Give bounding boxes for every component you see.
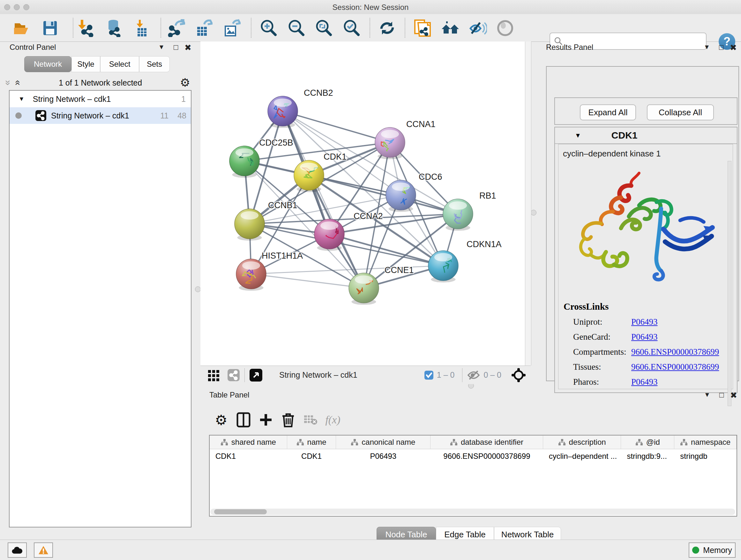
save-session-icon[interactable] (41, 19, 59, 37)
gene-description: cyclin–dependent kinase 1 (563, 149, 733, 159)
show-columns-icon[interactable] (232, 412, 255, 428)
protein-structure-image (562, 161, 728, 295)
table-collapse-icon[interactable]: ▼ (704, 391, 711, 398)
panel-collapse-icon[interactable]: ▼ (158, 44, 165, 51)
column-header-4[interactable]: description (543, 435, 621, 449)
gene-scrollbar[interactable] (728, 161, 731, 406)
canvas-scrollbar[interactable] (525, 42, 531, 366)
network-options-gear-icon[interactable]: ⚙ (180, 76, 190, 89)
open-session-icon[interactable] (12, 19, 30, 37)
panel-close-icon[interactable]: ✖ (185, 43, 192, 53)
expand-all-networks-icon[interactable]: » (3, 80, 13, 85)
svg-text:CCNA2: CCNA2 (354, 211, 383, 221)
network-row[interactable]: String Network – cdk1 11 48 (10, 107, 191, 124)
cell-canonical-name[interactable]: P06493 (336, 449, 431, 463)
birdseye-view-icon[interactable] (249, 368, 263, 382)
canvas-toolbar: String Network – cdk1 1 – 0 0 – 0 (200, 366, 531, 384)
collection-count: 1 (181, 95, 186, 104)
tab-style[interactable]: Style (71, 56, 100, 72)
gene-caret-icon[interactable]: ▼ (575, 132, 581, 139)
cell--id[interactable]: stringdb:9... (621, 449, 674, 463)
network-share-gray-icon[interactable] (227, 369, 240, 381)
table-hscrollbar[interactable] (210, 509, 735, 515)
cell-name[interactable]: CDK1 (287, 449, 336, 463)
pharos-link[interactable]: P06493 (631, 377, 658, 387)
add-column-icon[interactable] (255, 413, 277, 427)
collapse-all-networks-icon[interactable]: « (13, 80, 23, 85)
zoom-selected-icon[interactable] (342, 19, 360, 37)
column-header-3[interactable]: database identifier (430, 435, 543, 449)
main-toolbar: ? (0, 14, 741, 42)
column-header-1[interactable]: name (287, 435, 336, 449)
show-all-icon[interactable] (496, 19, 515, 37)
zoom-in-icon[interactable] (259, 19, 278, 37)
home-icon[interactable] (441, 19, 460, 37)
delete-table-icon[interactable] (299, 414, 322, 426)
import-database-icon[interactable] (104, 19, 123, 37)
control-panel-title: Control Panel (10, 43, 56, 52)
compartments-link[interactable]: 9606.ENSP00000378699 (631, 347, 719, 357)
hide-selected-icon[interactable] (468, 19, 487, 37)
expand-all-button[interactable]: Expand All (580, 105, 636, 120)
gene-section-header[interactable]: ▼ CDK1 (555, 127, 737, 144)
table-row[interactable]: CDK1CDK1P064939606.ENSP00000378699cyclin… (210, 449, 737, 463)
cloud-status-button[interactable] (8, 543, 27, 558)
right-splitter-handle[interactable] (531, 210, 536, 215)
collapse-all-button[interactable]: Collapse All (647, 105, 714, 120)
results-collapse-icon[interactable]: ▼ (704, 44, 710, 51)
zoom-fit-icon[interactable] (314, 19, 333, 37)
expand-collapse-box: Expand All Collapse All (554, 98, 738, 125)
crosslink-row: Compartments:9606.ENSP00000378699 (563, 347, 719, 357)
import-table-icon[interactable] (133, 19, 151, 37)
network-collection-row[interactable]: ▼ String Network – cdk1 1 (10, 91, 191, 107)
refresh-layout-icon[interactable] (378, 19, 396, 37)
graph-node-RB1 (443, 199, 473, 231)
tab-sets[interactable]: Sets (139, 56, 170, 72)
export-table-icon[interactable] (194, 19, 213, 37)
collection-caret-icon[interactable]: ▼ (18, 96, 24, 103)
network-graph[interactable]: CCNB2CCNA1CDC25BCDK1CDC6RB1CCNB1CCNA2CDK… (200, 42, 525, 366)
selected-checkbox-icon[interactable] (424, 370, 434, 380)
network-canvas[interactable]: CCNB2CCNA1CDC25BCDK1CDC6RB1CCNB1CCNA2CDK… (200, 42, 525, 366)
cell-description[interactable]: cyclin–dependent ... (543, 449, 621, 463)
crosslink-row: Tissues:9606.ENSP00000378699 (563, 362, 719, 372)
cell-shared-name[interactable]: CDK1 (210, 449, 287, 463)
table-float-icon[interactable]: □ (719, 390, 724, 399)
cell-namespace[interactable]: stringdb (674, 449, 737, 463)
import-network-icon[interactable] (77, 19, 95, 37)
fit-selected-target-icon[interactable] (511, 368, 526, 383)
graph-node-CDKN1A (428, 251, 458, 283)
genecard-link[interactable]: P06493 (631, 332, 658, 342)
column-header-2[interactable]: canonical name (336, 435, 431, 449)
tab-select[interactable]: Select (100, 56, 139, 72)
export-network-icon[interactable] (167, 19, 185, 37)
zoom-out-icon[interactable] (287, 19, 306, 37)
status-bar: Memory (0, 540, 741, 560)
gene-details: cyclin–dependent kinase 1 (558, 144, 733, 389)
column-header-0[interactable]: shared name (210, 435, 287, 449)
table-close-icon[interactable]: ✖ (730, 390, 737, 400)
function-builder-icon[interactable]: f(x) (322, 414, 344, 426)
clone-network-icon[interactable] (413, 19, 431, 37)
table-settings-gear-icon[interactable]: ⚙ (210, 412, 232, 428)
column-type-icon (635, 439, 643, 446)
column-header-5[interactable]: @id (621, 435, 674, 449)
results-close-icon[interactable]: ✖ (730, 43, 737, 53)
tissues-link[interactable]: 9606.ENSP00000378699 (631, 362, 719, 372)
delete-column-icon[interactable] (277, 412, 299, 428)
tab-network[interactable]: Network (24, 56, 71, 72)
column-header-6[interactable]: namespace (674, 435, 737, 449)
svg-text:CCNB2: CCNB2 (304, 88, 333, 98)
left-splitter-handle[interactable] (195, 287, 201, 292)
table-hscrollbar-thumb[interactable] (214, 509, 267, 514)
export-image-icon[interactable] (222, 19, 241, 37)
svg-text:HIST1H1A: HIST1H1A (262, 251, 303, 260)
cell-database-identifier[interactable]: 9606.ENSP00000378699 (430, 449, 543, 463)
warning-status-button[interactable] (34, 543, 53, 558)
panel-float-icon[interactable]: □ (174, 43, 179, 52)
memory-label: Memory (703, 546, 732, 555)
uniprot-link[interactable]: P06493 (631, 317, 658, 327)
results-float-icon[interactable]: □ (719, 43, 724, 52)
grid-view-icon[interactable] (207, 369, 220, 381)
memory-button[interactable]: Memory (689, 543, 736, 558)
